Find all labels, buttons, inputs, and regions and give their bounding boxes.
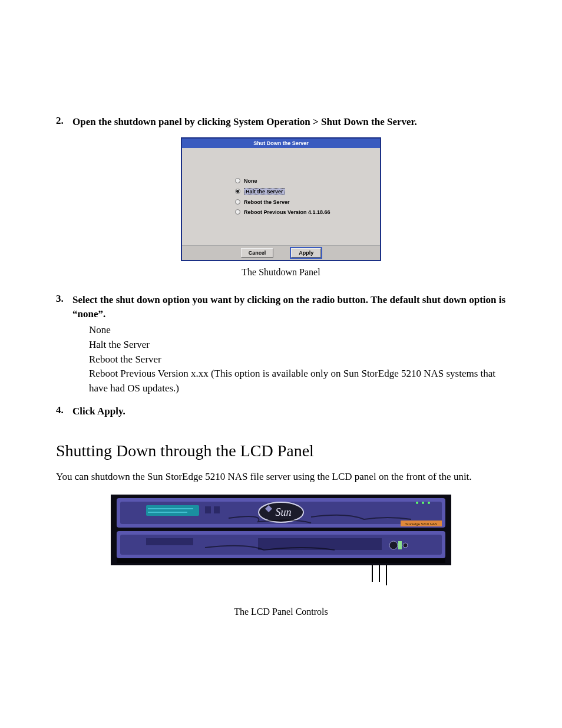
section-paragraph: You can shutdown the Sun StorEdge 5210 N… [56,470,506,484]
svg-rect-19 [398,541,402,549]
svg-rect-7 [214,506,220,513]
radio-none-label: None [244,178,257,184]
svg-rect-21 [117,558,445,563]
sun-logo-text: Sun [276,506,292,518]
step-number-2: 2. [56,115,72,129]
step-2-text: Open the shutdown panel by clicking Syst… [72,115,417,129]
option-halt: Halt the Server [89,338,506,353]
radio-none-icon[interactable] [235,178,240,183]
figure-indicator-lines [111,565,451,589]
device-image: Sun StorEdge 5210 NAS [111,495,451,565]
radio-reboot-icon[interactable] [235,199,240,205]
figure-2-caption: The LCD Panel Controls [56,607,506,617]
svg-point-20 [403,543,408,548]
step-number-3: 3. [56,293,72,321]
svg-text:StorEdge 5210 NAS: StorEdge 5210 NAS [405,522,437,526]
cancel-button[interactable]: Cancel [241,248,274,258]
shutdown-panel-title: Shut Down the Server [182,139,380,148]
shutdown-panel-figure: Shut Down the Server None Halt the Serve… [181,137,381,261]
section-heading: Shutting Down through the LCD Panel [56,442,506,460]
svg-point-11 [428,502,430,504]
svg-rect-6 [205,506,211,513]
step-4-text: Click Apply. [72,404,125,419]
apply-button[interactable]: Apply [291,248,321,258]
radio-halt-icon[interactable] [235,189,240,194]
radio-reboot-prev-label: Reboot Previous Version 4.1.18.66 [244,209,330,215]
step-number-4: 4. [56,404,72,419]
radio-reboot-label: Reboot the Server [244,199,290,205]
svg-point-18 [389,541,398,549]
svg-rect-16 [146,538,193,545]
step-3-text: Select the shut down option you want by … [72,293,506,321]
option-reboot: Reboot the Server [89,353,506,367]
figure-1-caption: The Shutdown Panel [56,267,506,278]
radio-reboot-prev-icon[interactable] [235,209,240,215]
svg-point-10 [422,502,424,504]
radio-halt-label: Halt the Server [244,188,285,195]
svg-point-9 [416,502,418,504]
option-none: None [89,323,506,338]
option-reboot-prev: Reboot Previous Version x.xx (This optio… [89,367,506,396]
svg-rect-3 [146,505,199,516]
